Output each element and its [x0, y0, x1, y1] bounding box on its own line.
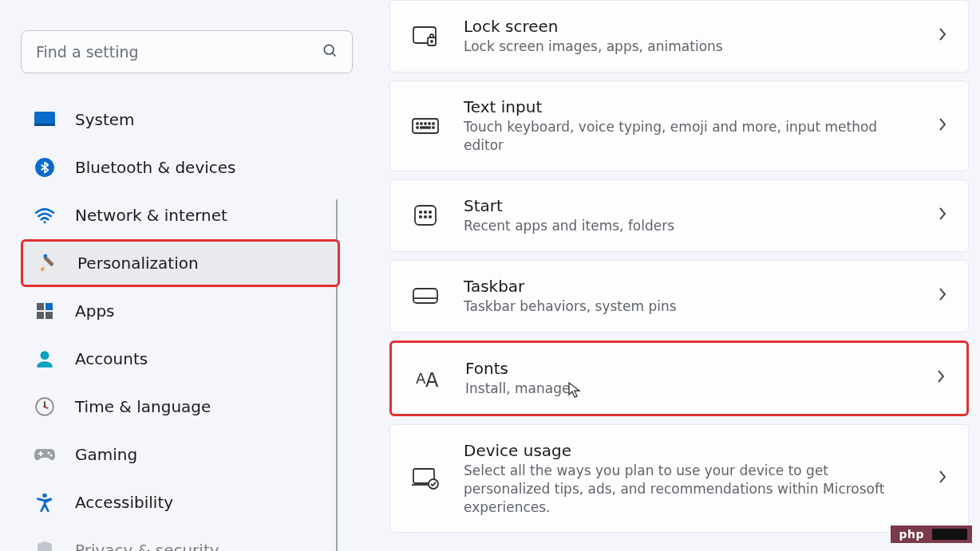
- paintbrush-icon: [36, 252, 58, 274]
- system-icon: [34, 108, 56, 131]
- sidebar-item-apps[interactable]: Apps: [21, 287, 340, 335]
- svg-point-11: [41, 351, 49, 360]
- sidebar-item-label: Accounts: [75, 349, 148, 368]
- sidebar-item-label: Personalization: [77, 254, 199, 273]
- card-desc: Install, manage: [465, 380, 912, 398]
- sidebar-item-label: Privacy & security: [75, 541, 219, 551]
- chevron-right-icon: [938, 286, 947, 305]
- card-title: Lock screen: [464, 17, 914, 36]
- start-icon: [411, 201, 440, 230]
- svg-point-25: [417, 123, 418, 124]
- chevron-right-icon: [938, 469, 947, 488]
- svg-point-17: [50, 455, 53, 457]
- svg-line-1: [333, 53, 336, 57]
- search-box[interactable]: [21, 30, 353, 73]
- card-device-usage[interactable]: Device usage Select all the ways you pla…: [389, 424, 969, 533]
- svg-point-29: [433, 123, 434, 124]
- svg-rect-7: [37, 303, 44, 310]
- svg-point-35: [425, 211, 426, 213]
- search-icon: [322, 42, 338, 61]
- svg-point-30: [417, 127, 418, 128]
- svg-point-16: [48, 452, 50, 455]
- taskbar-icon: [411, 281, 440, 310]
- card-title: Fonts: [465, 359, 912, 378]
- watermark: php: [891, 525, 972, 543]
- accessibility-icon: [34, 491, 56, 514]
- sidebar-item-label: Network & internet: [75, 206, 227, 225]
- svg-point-32: [433, 127, 434, 128]
- sidebar: System Bluetooth & devices Network & int…: [0, 0, 358, 551]
- svg-rect-9: [37, 312, 44, 319]
- card-lock-screen[interactable]: Lock screen Lock screen images, apps, an…: [389, 0, 969, 73]
- watermark-bar: [932, 529, 967, 540]
- svg-point-27: [425, 123, 426, 124]
- sidebar-item-accounts[interactable]: Accounts: [21, 335, 340, 383]
- svg-text:A: A: [425, 369, 439, 390]
- card-title: Text input: [464, 97, 914, 116]
- svg-point-28: [429, 123, 430, 124]
- lock-screen-icon: [411, 22, 440, 50]
- svg-rect-10: [45, 312, 53, 319]
- sidebar-item-label: Accessibility: [75, 493, 173, 512]
- chevron-right-icon: [938, 26, 947, 45]
- card-fonts[interactable]: AA Fonts Install, manage: [389, 340, 969, 416]
- sidebar-item-bluetooth[interactable]: Bluetooth & devices: [21, 144, 340, 191]
- card-desc: Recent apps and items, folders: [464, 217, 914, 235]
- svg-point-20: [42, 494, 46, 498]
- card-body: Taskbar Taskbar behaviors, system pins: [464, 277, 914, 316]
- search-container: [21, 30, 340, 73]
- sidebar-item-system[interactable]: System: [21, 96, 340, 144]
- sidebar-nav: System Bluetooth & devices Network & int…: [21, 96, 340, 551]
- svg-point-26: [421, 123, 422, 124]
- card-title: Device usage: [464, 441, 914, 460]
- accounts-icon: [34, 348, 56, 370]
- wifi-icon: [34, 204, 56, 226]
- chevron-right-icon: [936, 368, 946, 388]
- card-text-input[interactable]: Text input Touch keyboard, voice typing,…: [389, 81, 969, 171]
- sidebar-item-label: Gaming: [75, 445, 137, 464]
- gaming-icon: [34, 443, 56, 466]
- cursor-icon: [567, 381, 582, 402]
- search-input[interactable]: [36, 43, 322, 61]
- card-title: Taskbar: [464, 277, 914, 296]
- svg-rect-40: [413, 289, 437, 303]
- card-desc: Lock screen images, apps, animations: [464, 37, 914, 56]
- svg-point-5: [43, 221, 45, 223]
- svg-point-36: [429, 211, 431, 213]
- sidebar-nav-wrap: System Bluetooth & devices Network & int…: [21, 96, 340, 551]
- card-title: Start: [464, 196, 914, 215]
- sidebar-item-privacy[interactable]: Privacy & security: [21, 526, 340, 551]
- card-body: Device usage Select all the ways you pla…: [464, 441, 914, 517]
- sidebar-item-network[interactable]: Network & internet: [21, 191, 340, 239]
- svg-point-0: [324, 45, 334, 54]
- svg-rect-19: [40, 451, 41, 456]
- card-taskbar[interactable]: Taskbar Taskbar behaviors, system pins: [389, 260, 969, 333]
- sidebar-item-personalization[interactable]: Personalization: [21, 239, 340, 287]
- svg-rect-24: [413, 119, 438, 133]
- svg-rect-8: [45, 303, 53, 310]
- svg-point-38: [425, 216, 426, 218]
- card-desc: Select all the ways you plan to use your…: [464, 462, 914, 517]
- card-body: Text input Touch keyboard, voice typing,…: [464, 97, 914, 155]
- keyboard-icon: [411, 112, 440, 140]
- svg-rect-31: [421, 127, 430, 128]
- clock-icon: [34, 396, 56, 418]
- card-start[interactable]: Start Recent apps and items, folders: [389, 179, 969, 252]
- shield-icon: [34, 539, 56, 551]
- fonts-icon: AA: [413, 364, 441, 392]
- sidebar-item-label: System: [75, 110, 135, 129]
- svg-point-37: [420, 216, 421, 218]
- svg-point-23: [431, 41, 433, 42]
- sidebar-item-gaming[interactable]: Gaming: [21, 431, 340, 478]
- watermark-text: php: [895, 527, 927, 541]
- sidebar-item-accessibility[interactable]: Accessibility: [21, 478, 340, 526]
- sidebar-item-label: Time & language: [75, 397, 211, 416]
- card-desc: Taskbar behaviors, system pins: [464, 297, 914, 316]
- sidebar-item-time-language[interactable]: Time & language: [21, 383, 340, 431]
- chevron-right-icon: [938, 116, 947, 136]
- sidebar-item-label: Apps: [75, 301, 115, 321]
- device-usage-icon: [411, 464, 440, 493]
- svg-rect-3: [34, 124, 55, 126]
- card-body: Start Recent apps and items, folders: [464, 196, 914, 235]
- card-desc: Touch keyboard, voice typing, emoji and …: [464, 118, 914, 155]
